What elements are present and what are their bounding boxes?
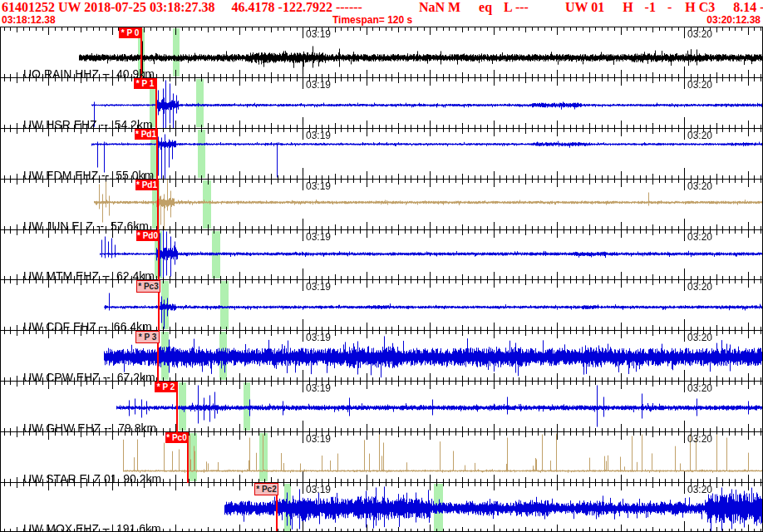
minute-time-label: 03:19 bbox=[306, 80, 331, 90]
p-pick-label[interactable]: * Pd1 bbox=[135, 129, 157, 140]
minute-time-label: 03:19 bbox=[306, 131, 331, 140]
trace-row[interactable]: * P 103:1903:20UW HSR EHZ --, 54.2km bbox=[0, 77, 763, 129]
p-pick-label[interactable]: * P 1 bbox=[134, 78, 156, 89]
event-depth: 8.14 ----- bbox=[733, 0, 763, 15]
minute-time-label: 03:19 bbox=[306, 434, 331, 444]
event-network-code: UW 01 bbox=[565, 0, 604, 15]
station-label: UW HSR EHZ --, 54.2km bbox=[23, 119, 153, 129]
station-label: UW JUN ELZ --, 57.6km bbox=[23, 220, 149, 230]
event-magnitude: NaN M bbox=[419, 0, 460, 15]
trace-row[interactable]: * Pc203:1903:20UW MOX EHZ --, 191.6km bbox=[0, 482, 763, 532]
minute-time-label: 03:20 bbox=[687, 485, 712, 495]
p-pick-label[interactable]: * P 0 bbox=[119, 27, 141, 38]
minute-time-label: 03:19 bbox=[306, 383, 331, 393]
minute-time-label: 03:20 bbox=[687, 181, 712, 191]
station-label: UW MTM EHZ --, 62.4km bbox=[23, 270, 155, 280]
minute-time-label: 03:20 bbox=[687, 332, 712, 342]
station-label: UW GHW EHZ --, 79.8km bbox=[23, 422, 156, 432]
window-end-time: 03:20:12.38 bbox=[706, 14, 761, 26]
p-pick-label[interactable]: * P 2 bbox=[155, 382, 177, 392]
event-header: 61401252 UW 2018-07-25 03:18:27.38 46.41… bbox=[0, 0, 763, 27]
station-label: UO.RAIN HHZ --, 40.9km bbox=[23, 68, 155, 78]
station-label: UW EDM EHZ --, 55.0km bbox=[23, 170, 154, 180]
event-flag-hc3: H C3 bbox=[685, 0, 715, 15]
minute-time-label: 03:20 bbox=[687, 282, 712, 292]
station-label: UW MOX EHZ --, 191.6km bbox=[23, 523, 161, 532]
event-flag-h: H bbox=[623, 0, 633, 15]
minute-time-label: 03:20 bbox=[687, 383, 712, 393]
trace-row[interactable]: * P 003:1903:20UO.RAIN HHZ --, 40.9km bbox=[0, 27, 763, 78]
event-id-datetime: 61401252 UW 2018-07-25 03:18:27.38 bbox=[2, 0, 215, 15]
trace-row[interactable]: * Pd103:1903:20UW EDM EHZ --, 55.0km bbox=[0, 128, 763, 180]
window-start-time: 03:18:12.38 bbox=[2, 14, 56, 26]
timespan-label: Timespan= 120 s bbox=[332, 14, 412, 26]
p-pick-label[interactable]: * Pd1 bbox=[135, 180, 158, 190]
event-flag-minus1: -1 bbox=[645, 0, 656, 15]
station-label: UW CPW EHZ --, 67.2km bbox=[23, 372, 155, 382]
minute-time-label: 03:20 bbox=[687, 80, 712, 90]
minute-time-label: 03:19 bbox=[306, 332, 331, 342]
station-label: UW STAR ELZ 01, 90.2km bbox=[23, 473, 161, 483]
event-coordinates: 46.4178 -122.7922 ------ bbox=[232, 0, 362, 15]
event-type: eq bbox=[479, 0, 492, 15]
event-flag-dash: - bbox=[667, 0, 672, 15]
minute-time-label: 03:19 bbox=[306, 282, 331, 292]
trace-row[interactable]: * Pc303:1903:20UW CDF EHZ --, 66.4km bbox=[0, 279, 763, 331]
minute-time-label: 03:19 bbox=[306, 232, 331, 242]
trace-row[interactable]: * Pc003:1903:20UW STAR ELZ 01, 90.2km bbox=[0, 431, 763, 483]
seismic-waveform-viewer: 61401252 UW 2018-07-25 03:18:27.38 46.41… bbox=[0, 0, 763, 532]
minute-time-label: 03:20 bbox=[687, 232, 712, 242]
minute-time-label: 03:20 bbox=[687, 434, 712, 444]
minute-time-label: 03:19 bbox=[306, 485, 331, 495]
p-pick-label[interactable]: * Pc3 bbox=[136, 280, 160, 293]
p-pick-label[interactable]: * Pc0 bbox=[165, 432, 188, 443]
trace-row[interactable]: * Pd003:1903:20UW MTM EHZ --, 62.4km bbox=[0, 229, 763, 280]
event-flag-l: L --- bbox=[504, 0, 529, 15]
p-pick-label[interactable]: * P 3 bbox=[135, 331, 160, 343]
p-pick-label[interactable]: * Pc2 bbox=[254, 483, 278, 495]
trace-row[interactable]: * P 203:1903:20UW GHW EHZ --, 79.8km bbox=[0, 381, 763, 432]
trace-panel: * P 003:1903:20UO.RAIN HHZ --, 40.9km* P… bbox=[0, 27, 763, 532]
minute-time-label: 03:20 bbox=[687, 131, 712, 140]
station-label: UW CDF EHZ --, 66.4km bbox=[23, 321, 152, 331]
minute-time-label: 03:19 bbox=[306, 29, 331, 39]
minute-time-label: 03:20 bbox=[687, 29, 712, 39]
minute-time-label: 03:19 bbox=[306, 181, 331, 191]
event-summary-line: 61401252 UW 2018-07-25 03:18:27.38 46.41… bbox=[2, 0, 763, 15]
p-pick-label[interactable]: * Pd0 bbox=[136, 230, 159, 241]
time-window-line: 03:18:12.38 Timespan= 120 s 03:20:12.38 bbox=[0, 14, 763, 27]
trace-row[interactable]: * P 303:1903:20UW CPW EHZ --, 67.2km bbox=[0, 330, 763, 382]
trace-row[interactable]: * Pd103:1903:20UW JUN ELZ --, 57.6km bbox=[0, 179, 763, 230]
